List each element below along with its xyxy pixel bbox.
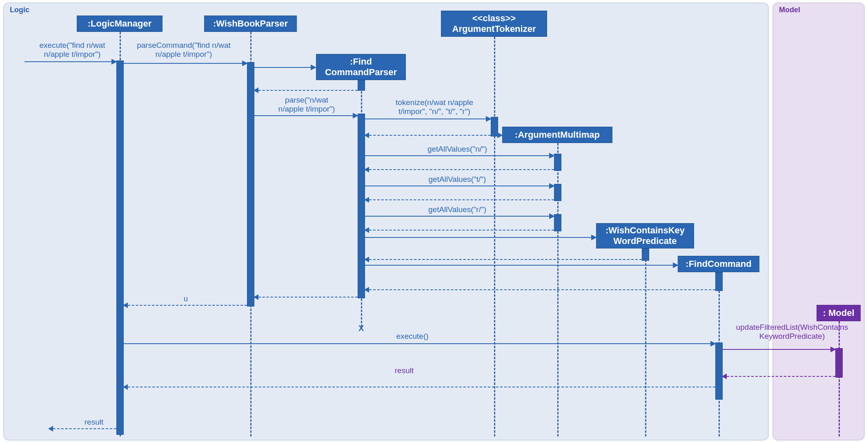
msg-parsecommand: parseCommand("find n/wat n/apple t/impor… <box>122 41 245 59</box>
arrow-return-result-model <box>723 376 835 377</box>
arrow-execute <box>24 61 116 62</box>
arrow-return-result-findcommand <box>124 387 715 387</box>
msg-result-model: result <box>384 366 425 375</box>
msg-result-external: result <box>78 418 110 427</box>
findcommandparser-head: :Find CommandParser <box>316 54 406 80</box>
model-frame: Model <box>772 2 865 441</box>
findcommand-label: :FindCommand <box>685 259 751 269</box>
msg-tokenize: tokenize(n/wat n/apple t/impor", "n/", "… <box>377 98 492 116</box>
argumentmultimap-head: :ArgumentMultimap <box>502 127 612 143</box>
findcommand-head: :FindCommand <box>678 256 759 272</box>
arrow-tokenize <box>365 119 491 119</box>
arrow-return-result-external <box>49 428 116 429</box>
msg-parse: parse("n/wat n/apple t/impor") <box>260 96 354 114</box>
arrow-create-argmultimap <box>498 135 502 136</box>
findcommandparser-activation-1 <box>358 80 365 91</box>
arrow-getallvalues-t <box>365 186 554 186</box>
findcommandparser-label-l2: CommandParser <box>325 67 397 78</box>
wishbookparser-activation <box>247 62 254 307</box>
msg-updatefilteredlist: updateFilteredList(WishContains KeywordP… <box>723 323 861 341</box>
arrow-return-getallvalues-r <box>365 230 554 230</box>
arrow-return-tokenize <box>365 135 491 136</box>
arrow-getallvalues-r <box>365 216 554 217</box>
arrow-return-findcommandparser-create <box>254 90 358 91</box>
argumentmultimap-activation-t <box>554 184 561 201</box>
arrow-create-findcommand <box>365 265 678 266</box>
findcommandparser-activation-2 <box>358 114 365 298</box>
logicmanager-label: :LogicManager <box>88 18 151 29</box>
msg-u: u <box>180 294 192 303</box>
arrow-return-u <box>124 305 247 306</box>
argumentmultimap-activation-n <box>554 154 561 171</box>
argumenttokenizer-stereo: <<class>> <box>472 13 516 24</box>
arrow-return-getallvalues-n <box>365 169 554 170</box>
model-frame-title: Model <box>779 6 800 14</box>
arrow-create-wishcontains <box>365 237 596 238</box>
arrow-create-findcommandparser <box>254 67 316 68</box>
msg-getallvalues-r: getAllValues("r/") <box>404 205 510 214</box>
wishcontainskeyword-lifeline <box>645 248 646 436</box>
argumenttokenizer-head: <<class>> ArgumentTokenizer <box>441 11 547 37</box>
logicmanager-head: :LogicManager <box>77 16 162 32</box>
model-activation <box>835 348 843 378</box>
wishbookparser-label: :WishBookParser <box>213 18 288 29</box>
logicmanager-activation <box>116 60 124 435</box>
findcommandparser-label-l1: :Find <box>350 56 372 67</box>
wishcontainskeyword-label-l2: WordPredicate <box>614 236 677 246</box>
arrow-updatefilteredlist <box>723 349 835 350</box>
msg-getallvalues-n: getAllValues("n/") <box>404 145 510 154</box>
wishcontainskeyword-head: :WishContainsKey WordPredicate <box>596 223 694 248</box>
arrow-parse <box>254 115 358 116</box>
argumentmultimap-activation-r <box>554 214 561 231</box>
argumenttokenizer-lifeline <box>494 37 495 436</box>
logic-frame-title: Logic <box>10 6 29 14</box>
findcommandparser-destroy-icon: X <box>358 324 364 333</box>
arrow-return-wishcontains <box>365 259 642 260</box>
wishbookparser-head: :WishBookParser <box>204 16 297 32</box>
wishcontainskeyword-activation <box>642 248 649 261</box>
model-label: : Model <box>823 308 855 318</box>
arrow-return-findcommand-create <box>365 289 715 290</box>
findcommand-activation-1 <box>715 272 723 291</box>
msg-execute: execute("find n/wat n/apple t/impor") <box>25 41 119 59</box>
arrow-return-getallvalues-t <box>365 199 554 200</box>
arrow-parsecommand <box>124 63 247 64</box>
argumentmultimap-label: :ArgumentMultimap <box>515 130 600 140</box>
arrow-return-parse <box>254 297 358 298</box>
msg-execute-findcommand: execute() <box>384 332 441 341</box>
msg-getallvalues-t: getAllValues("t/") <box>404 175 510 184</box>
arrow-getallvalues-n <box>365 155 554 156</box>
model-head: : Model <box>817 305 861 321</box>
wishcontainskeyword-label-l1: :WishContainsKey <box>605 225 685 236</box>
findcommand-activation-2 <box>715 342 723 400</box>
argumenttokenizer-label: ArgumentTokenizer <box>452 24 536 34</box>
arrow-execute-findcommand <box>124 343 715 344</box>
